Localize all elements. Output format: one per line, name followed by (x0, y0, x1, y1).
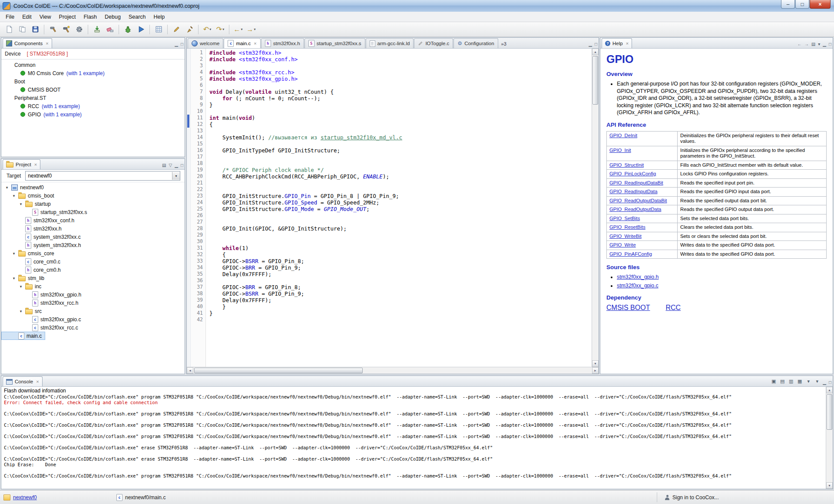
project-tree-item[interactable]: ▾nextnewf0 (1, 183, 185, 191)
scroll-up-icon[interactable]: ▲ (826, 387, 833, 393)
minimize-icon[interactable]: ▁ (175, 42, 178, 46)
project-tree-item[interactable]: cmain.c (1, 332, 45, 340)
scroll-down-icon[interactable]: ▼ (592, 360, 599, 367)
project-tree-item[interactable]: ccore_cm0.c (1, 257, 185, 266)
maximize-icon[interactable]: □ (829, 42, 831, 46)
code-line[interactable]: for (; nCount != 0; nCount--); (209, 95, 592, 102)
redo-button[interactable]: ↷▾ (214, 23, 226, 36)
code-line[interactable]: void Delay(volatile uint32_t nCount) { (209, 89, 592, 95)
erase-flash-button[interactable] (104, 23, 116, 36)
maximize-icon[interactable]: □ (829, 380, 831, 385)
project-tree-item[interactable]: hcore_cm0.h (1, 266, 185, 274)
code-line[interactable] (209, 180, 592, 186)
save-button[interactable] (29, 23, 41, 36)
code-line[interactable]: /* GPIOC Periph clock enable */ (209, 167, 592, 173)
maximize-window-button[interactable]: □ (795, 0, 809, 9)
api-function-link[interactable]: GPIO_StructInit (609, 162, 644, 168)
code-area[interactable]: #include <stm32f0xx.h>#include <stm32f0x… (206, 49, 592, 367)
scroll-track[interactable] (592, 55, 599, 360)
editor-tab-main-c[interactable]: cmain.c× (224, 38, 260, 48)
code-line[interactable]: GPIOC->BRR = GPIO_Pin_8; (209, 284, 592, 290)
component-item[interactable]: CMSIS BOOT (1, 86, 185, 94)
project-tree-item[interactable]: hstm32f0xx_rcc.h (1, 299, 185, 307)
code-line[interactable] (209, 277, 592, 284)
component-group-peripheral-st[interactable]: Peripheral.ST (1, 94, 185, 102)
expander-icon[interactable]: ▾ (12, 276, 16, 280)
editor-tab-arm-gcc-link-ld[interactable]: arm-gcc-link.ld (366, 38, 414, 48)
code-line[interactable]: { (209, 121, 592, 128)
component-item[interactable]: M0 Cmsis Core(with 1 example) (1, 69, 185, 77)
code-line[interactable]: RCC_AHBPeriphClockCmd(RCC_AHBPeriph_GPIO… (209, 173, 592, 180)
scroll-down-icon[interactable]: ▼ (826, 482, 833, 489)
close-window-button[interactable]: × (810, 0, 831, 9)
close-icon[interactable]: × (34, 162, 37, 167)
help-back-icon[interactable]: ← (798, 42, 802, 46)
scroll-thumb[interactable] (592, 56, 598, 105)
menu-item-project[interactable]: Project (55, 13, 80, 21)
editor-tab-configuration[interactable]: ⚙Configuration (453, 38, 498, 48)
scroll-left-icon[interactable]: ◄ (187, 367, 193, 374)
editor-tab-startup-stm32f0xx-s[interactable]: Sstartup_stm32f0xx.s (304, 38, 365, 48)
related-topics-icon[interactable]: ▤ (811, 42, 815, 46)
scroll-track[interactable] (826, 393, 833, 482)
component-item[interactable]: RCC(with 1 example) (1, 102, 185, 110)
api-function-link[interactable]: GPIO_ReadInputDataBit (609, 180, 663, 185)
download-to-flash-button[interactable] (91, 23, 103, 36)
minimize-icon[interactable]: ▁ (175, 163, 178, 168)
api-function-link[interactable]: GPIO_ReadOutputData (609, 207, 661, 212)
back-button[interactable]: ←▾ (232, 23, 244, 36)
scroll-thumb[interactable] (194, 368, 363, 373)
edit-config-button[interactable] (170, 23, 182, 36)
menu-item-help[interactable]: Help (150, 13, 169, 21)
component-example-link[interactable]: (with 1 example) (66, 70, 105, 76)
menu-item-edit[interactable]: Edit (18, 13, 36, 21)
menu-item-view[interactable]: View (36, 13, 55, 21)
code-line[interactable] (209, 141, 592, 147)
code-line[interactable]: GPIO_InitTypeDef GPIO_InitStructure; (209, 147, 592, 154)
code-line[interactable] (209, 160, 592, 167)
api-function-link[interactable]: GPIO_PinAFConfig (609, 251, 652, 257)
close-icon[interactable]: × (36, 379, 39, 384)
code-line[interactable]: } (209, 303, 592, 310)
help-forward-icon[interactable]: → (804, 42, 809, 46)
code-line[interactable] (209, 128, 592, 134)
close-icon[interactable]: × (254, 41, 256, 46)
minimize-window-button[interactable]: – (781, 0, 795, 9)
statusbar-signin[interactable]: Sign in to CooCox... (665, 491, 719, 504)
help-tab[interactable]: ? Help × (602, 38, 632, 48)
scroll-track[interactable] (193, 367, 592, 374)
source-file-link[interactable]: stm32f0xx_gpio.h (617, 274, 659, 280)
scroll-thumb[interactable] (827, 394, 832, 430)
editor-tab-iotoggle-c[interactable]: IOToggle.c (414, 38, 453, 48)
project-tree-item[interactable]: Sstartup_stm32f0xx.s (1, 208, 185, 216)
dependency-link[interactable]: CMSIS BOOT (606, 304, 650, 311)
chevron-down-icon[interactable]: ▾ (172, 172, 180, 180)
code-line[interactable]: #include <stm32f0xx.h> (209, 49, 592, 56)
code-line[interactable]: #include <stm32f0xx_conf.h> (209, 56, 592, 63)
code-line[interactable]: } (209, 102, 592, 108)
api-function-link[interactable]: GPIO_PinLockConfig (609, 171, 656, 176)
forward-button[interactable]: →▾ (245, 23, 257, 36)
expander-icon[interactable]: ▾ (19, 202, 23, 206)
dependency-link[interactable]: RCC (665, 304, 681, 311)
collapse-all-icon[interactable]: ▤ (162, 163, 166, 168)
scroll-lock-icon[interactable]: ▤ (778, 377, 786, 385)
code-line[interactable]: { (209, 251, 592, 258)
scroll-right-icon[interactable]: ► (592, 367, 599, 374)
api-function-link[interactable]: GPIO_SetBits (609, 216, 640, 221)
components-tab[interactable]: Components × (3, 38, 52, 48)
component-example-link[interactable]: (with 1 example) (43, 112, 82, 118)
component-group-common[interactable]: Common (1, 61, 185, 69)
code-line[interactable] (209, 212, 592, 219)
minimize-icon[interactable]: ▁ (823, 42, 826, 46)
open-console-icon[interactable]: ▾ (813, 377, 821, 385)
component-item[interactable]: GPIO(with 1 example) (1, 110, 185, 119)
tab-overflow-chevron[interactable]: »3 (501, 41, 506, 46)
code-line[interactable]: GPIOC->BSRR = GPIO_Pin_9; (209, 290, 592, 297)
console-settings-icon[interactable]: ▦ (796, 377, 804, 385)
pin-console-icon[interactable]: ▥ (787, 377, 795, 385)
project-tree-item[interactable]: csystem_stm32f0xx.c (1, 233, 185, 241)
build-button[interactable] (47, 23, 59, 36)
code-line[interactable] (209, 232, 592, 238)
code-line[interactable]: GPIO_Init(GPIOC, &GPIO_InitStructure); (209, 225, 592, 232)
